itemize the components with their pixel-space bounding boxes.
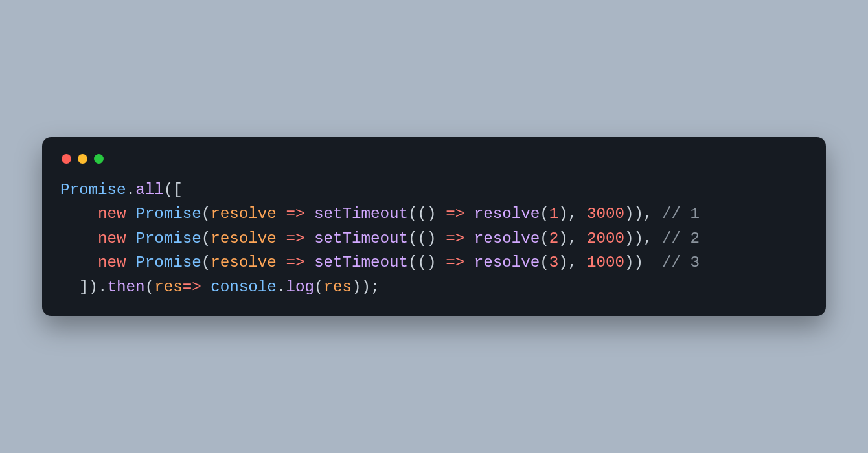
- sp: [437, 230, 446, 247]
- sp: [201, 278, 211, 296]
- sp: [437, 205, 446, 223]
- token-comma: ,: [568, 205, 578, 223]
- token-log: log: [286, 278, 314, 296]
- token-comma: ,: [568, 254, 578, 271]
- token-open-paren: (: [540, 230, 549, 247]
- token-arrow: =>: [446, 205, 464, 223]
- token-open-paren: (: [408, 230, 418, 247]
- token-comma: ,: [568, 230, 578, 247]
- indent: [60, 278, 79, 296]
- token-arrow: =>: [183, 278, 201, 296]
- token-settimeout: setTimeout: [314, 230, 408, 247]
- token-number-2: 2: [549, 230, 559, 247]
- sp: [126, 205, 136, 223]
- token-new: new: [98, 230, 126, 247]
- token-dot: .: [277, 278, 286, 296]
- sp: [464, 230, 474, 247]
- token-resolve-call: resolve: [474, 205, 540, 223]
- sp: [577, 205, 587, 223]
- sp: [464, 205, 474, 223]
- token-dot: .: [98, 278, 108, 296]
- token-close-paren: ): [558, 254, 568, 271]
- indent: [60, 254, 98, 271]
- token-semicolon: ;: [371, 278, 380, 296]
- token-number-1: 1: [549, 205, 559, 223]
- sp: [277, 205, 286, 223]
- token-resolve-call: resolve: [474, 230, 540, 247]
- token-new: new: [98, 205, 126, 223]
- maximize-icon[interactable]: [94, 154, 104, 164]
- token-number-3000: 3000: [587, 205, 624, 223]
- token-open-paren: (: [408, 254, 418, 271]
- token-open-paren: (: [540, 205, 549, 223]
- token-number-2000: 2000: [587, 230, 624, 247]
- token-close-paren: ): [624, 230, 634, 247]
- token-close-paren: ): [558, 205, 568, 223]
- token-new: new: [98, 254, 126, 271]
- sp: [652, 230, 662, 247]
- sp: [304, 230, 314, 247]
- sp: [652, 205, 662, 223]
- token-close-paren: ): [361, 278, 371, 296]
- token-all: all: [135, 181, 164, 199]
- token-promise: Promise: [135, 254, 201, 271]
- token-comment-2: // 2: [662, 230, 700, 247]
- code-block: Promise.all([ new Promise(resolve => set…: [60, 178, 808, 300]
- token-open-paren: (: [164, 181, 174, 199]
- token-res-arg: res: [323, 278, 352, 296]
- token-close-paren: ): [624, 254, 634, 271]
- token-close-paren: ): [624, 205, 634, 223]
- token-open-paren: (: [201, 254, 211, 271]
- token-comma: ,: [643, 205, 653, 223]
- indent: [60, 230, 98, 247]
- sp: [577, 254, 587, 271]
- token-resolve-param: resolve: [211, 205, 277, 223]
- token-close-paren: ): [634, 230, 643, 247]
- minimize-icon[interactable]: [78, 154, 87, 164]
- token-res-param: res: [154, 278, 183, 296]
- token-arrow: =>: [286, 230, 304, 247]
- token-close-paren: ): [352, 278, 361, 296]
- token-then: then: [108, 278, 145, 296]
- token-empty-parens: (): [418, 205, 437, 223]
- token-comma: ,: [643, 230, 653, 247]
- token-arrow: =>: [286, 254, 304, 271]
- sp: [643, 254, 653, 271]
- token-open-paren: (: [408, 205, 418, 223]
- token-open-paren: (: [145, 278, 155, 296]
- token-promise: Promise: [135, 205, 201, 223]
- indent: [60, 205, 98, 223]
- token-comment-1: // 1: [662, 205, 700, 223]
- sp: [464, 254, 474, 271]
- token-open-paren: (: [540, 254, 549, 271]
- sp: [304, 205, 314, 223]
- token-console: console: [211, 278, 277, 296]
- token-resolve-call: resolve: [474, 254, 540, 271]
- token-settimeout: setTimeout: [314, 254, 408, 271]
- token-number-1000: 1000: [587, 254, 624, 271]
- token-empty-parens: (): [418, 254, 437, 271]
- token-promise: Promise: [135, 230, 201, 247]
- token-open-bracket: [: [173, 181, 183, 199]
- close-icon[interactable]: [62, 154, 71, 164]
- token-comment-3: // 3: [662, 254, 700, 271]
- code-window: Promise.all([ new Promise(resolve => set…: [42, 137, 826, 316]
- sp: [277, 254, 286, 271]
- sp: [126, 230, 136, 247]
- token-empty-parens: (): [418, 230, 437, 247]
- token-open-paren: (: [201, 230, 211, 247]
- token-open-paren: (: [201, 205, 211, 223]
- token-open-paren: (: [314, 278, 324, 296]
- token-number-3: 3: [549, 254, 559, 271]
- token-promise: Promise: [60, 181, 126, 199]
- token-arrow: =>: [446, 230, 464, 247]
- sp: [437, 254, 446, 271]
- token-close-paren: ): [558, 230, 568, 247]
- token-settimeout: setTimeout: [314, 205, 408, 223]
- sp: [577, 230, 587, 247]
- token-resolve-param: resolve: [211, 254, 277, 271]
- sp: [277, 230, 286, 247]
- token-arrow: =>: [446, 254, 464, 271]
- sp: [652, 254, 662, 271]
- token-close-paren: ): [89, 278, 98, 296]
